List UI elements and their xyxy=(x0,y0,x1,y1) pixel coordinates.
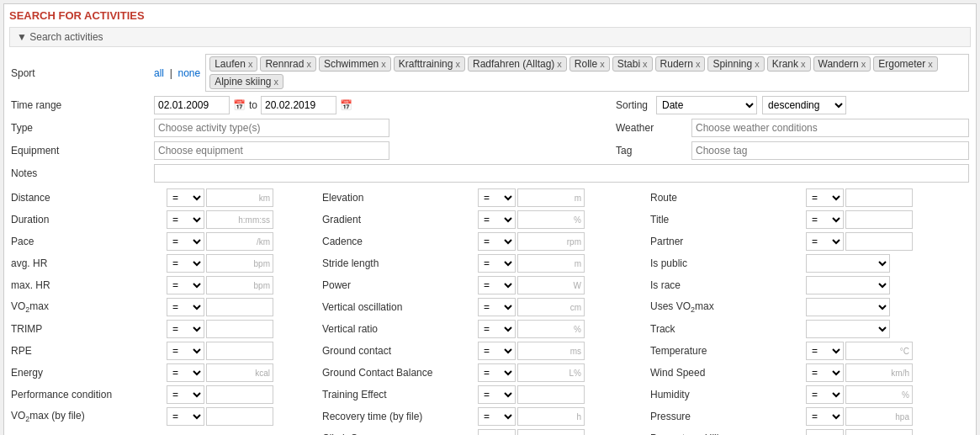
eq-select[interactable]: =<><=>=!= xyxy=(806,210,844,229)
eq-select[interactable]: =<><=>=!= xyxy=(478,188,516,207)
field-value-input[interactable] xyxy=(206,276,273,294)
field-value-input[interactable] xyxy=(517,429,585,435)
eq-select[interactable]: =<><=>=!= xyxy=(167,342,204,360)
eq-select[interactable]: =<><=>=!= xyxy=(478,210,516,229)
sport-tag-remove[interactable]: x xyxy=(306,59,311,69)
left-field-row: TRIMP=<><=>=!= xyxy=(11,318,322,340)
field-value-input[interactable] xyxy=(845,188,913,207)
field-value-input[interactable] xyxy=(517,254,585,273)
sorting-order-select[interactable]: descending ascending xyxy=(762,96,846,114)
equipment-input[interactable] xyxy=(154,141,389,160)
eq-select[interactable]: =<><=>=!= xyxy=(806,232,844,251)
field-value-input[interactable] xyxy=(845,342,913,360)
collapsible-bar[interactable]: Search activities xyxy=(9,27,971,47)
eq-select[interactable]: =<><=>=!= xyxy=(167,320,204,338)
sport-tag-remove[interactable]: x xyxy=(248,59,253,69)
eq-select[interactable]: =<><=>=!= xyxy=(806,429,844,435)
calendar-from-icon[interactable]: 📅 xyxy=(233,99,246,111)
eq-select[interactable]: =<><=>=!= xyxy=(478,320,516,338)
field-value-input[interactable] xyxy=(206,188,273,207)
field-value-input[interactable] xyxy=(845,232,913,251)
sport-tag-remove[interactable]: x xyxy=(801,59,806,69)
field-value-input[interactable] xyxy=(845,407,913,426)
eq-select[interactable]: =<><=>=!= xyxy=(167,298,204,316)
eq-select[interactable]: =<><=>=!= xyxy=(478,429,516,435)
field-value-input[interactable] xyxy=(206,254,273,273)
sorting-select[interactable]: Date Duration Distance xyxy=(656,96,757,114)
sport-tag-remove[interactable]: x xyxy=(755,59,760,69)
sport-tag-remove[interactable]: x xyxy=(696,59,701,69)
eq-select[interactable]: =<><=>=!= xyxy=(478,385,516,404)
field-value-input[interactable] xyxy=(517,320,585,338)
left-field-row: avg. HR=<><=>=!=bpm xyxy=(11,252,322,274)
sport-tag-remove[interactable]: x xyxy=(600,59,605,69)
eq-select[interactable]: =<><=>=!= xyxy=(478,298,516,316)
eq-select[interactable]: =<><=>=!= xyxy=(806,342,844,360)
sport-tag: Stabix xyxy=(612,56,653,72)
sport-tag-remove[interactable]: x xyxy=(557,59,562,69)
sport-tag: Schwimmenx xyxy=(319,56,391,72)
field-value-input[interactable] xyxy=(517,407,585,426)
type-input[interactable] xyxy=(154,119,389,137)
sport-tag-label: Rennrad xyxy=(265,58,304,70)
eq-select[interactable]: =<><=>=!= xyxy=(806,363,844,382)
field-value-input[interactable] xyxy=(517,298,585,316)
eq-select[interactable]: =<><=>=!= xyxy=(167,254,204,273)
calendar-to-icon[interactable]: 📅 xyxy=(340,99,352,111)
field-value-input[interactable] xyxy=(206,385,273,404)
field-value-input[interactable] xyxy=(517,210,585,229)
middle-field-row: Vertical ratio=<><=>=!=% xyxy=(322,318,650,340)
eq-select[interactable]: =<><=>=!= xyxy=(806,188,844,207)
field-value-input[interactable] xyxy=(845,385,913,404)
field-value-input[interactable] xyxy=(845,429,913,435)
field-value-input[interactable] xyxy=(517,232,585,251)
field-value-input[interactable] xyxy=(517,342,585,360)
eq-select[interactable]: =<><=>=!= xyxy=(478,342,516,360)
sport-tag-remove[interactable]: x xyxy=(381,59,386,69)
eq-select[interactable]: =<><=>=!= xyxy=(167,385,204,404)
field-dropdown[interactable] xyxy=(806,254,890,273)
eq-select[interactable]: =<><=>=!= xyxy=(167,363,204,382)
field-value-input[interactable] xyxy=(206,363,273,382)
eq-select[interactable]: =<><=>=!= xyxy=(167,407,204,426)
field-value-input[interactable] xyxy=(206,320,273,338)
weather-input[interactable] xyxy=(691,119,969,137)
eq-select[interactable]: =<><=>=!= xyxy=(167,188,204,207)
eq-select[interactable]: =<><=>=!= xyxy=(478,254,516,273)
eq-select[interactable]: =<><=>=!= xyxy=(806,385,844,404)
field-dropdown[interactable] xyxy=(806,298,890,316)
eq-select[interactable]: =<><=>=!= xyxy=(478,407,516,426)
notes-input[interactable] xyxy=(154,164,969,183)
field-dropdown[interactable] xyxy=(806,276,890,294)
field-value-input[interactable] xyxy=(517,188,585,207)
sport-tag-remove[interactable]: x xyxy=(928,59,933,69)
field-value-input[interactable] xyxy=(206,232,273,251)
field-value-input[interactable] xyxy=(517,276,585,294)
sport-tag: Radfahren (Alltag)x xyxy=(468,56,567,72)
field-value-input[interactable] xyxy=(206,407,273,426)
eq-select[interactable]: =<><=>=!= xyxy=(167,276,204,294)
sport-tag-remove[interactable]: x xyxy=(274,77,279,87)
none-link[interactable]: none xyxy=(177,67,200,79)
all-link[interactable]: all xyxy=(154,67,164,79)
field-value-input[interactable] xyxy=(517,363,585,382)
field-value-input[interactable] xyxy=(206,342,273,360)
sport-tag-remove[interactable]: x xyxy=(455,59,460,69)
tag-input[interactable] xyxy=(691,141,969,160)
eq-select[interactable]: =<><=>=!= xyxy=(478,276,516,294)
eq-select[interactable]: =<><=>=!= xyxy=(806,407,844,426)
date-from-input[interactable] xyxy=(154,96,230,114)
eq-select[interactable]: =<><=>=!= xyxy=(478,363,516,382)
field-value-input[interactable] xyxy=(845,363,913,382)
eq-select[interactable]: =<><=>=!= xyxy=(167,232,204,251)
field-value-input[interactable] xyxy=(517,385,585,404)
field-value-input[interactable] xyxy=(845,210,913,229)
field-dropdown[interactable] xyxy=(806,320,890,338)
date-to-input[interactable] xyxy=(261,96,336,114)
field-value-input[interactable] xyxy=(206,210,273,229)
eq-select[interactable]: =<><=>=!= xyxy=(167,210,204,229)
sport-tag-remove[interactable]: x xyxy=(643,59,648,69)
eq-select[interactable]: =<><=>=!= xyxy=(478,232,516,251)
field-value-input[interactable] xyxy=(206,298,273,316)
sport-tag-remove[interactable]: x xyxy=(861,59,866,69)
